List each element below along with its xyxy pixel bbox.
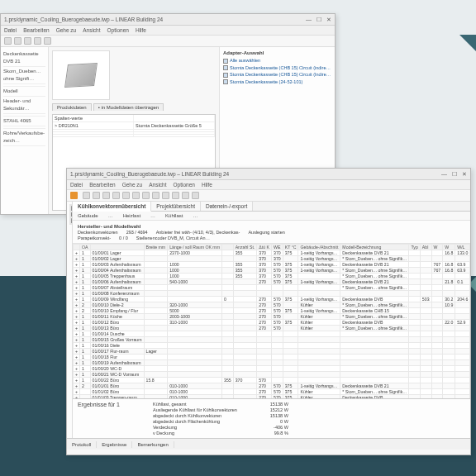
col-header[interactable]: W xyxy=(443,245,455,250)
tool-icon[interactable] xyxy=(152,192,159,199)
col-header[interactable]: KT °C xyxy=(283,245,298,250)
left-item[interactable]: Header- und Sekundär… xyxy=(3,97,45,114)
checkbox-icon[interactable] xyxy=(223,65,228,70)
col-header[interactable]: Typ xyxy=(409,245,420,250)
subhdr-item[interactable]: … xyxy=(150,213,155,218)
col-header[interactable]: Δtü K xyxy=(257,245,272,250)
mid-tab[interactable]: Produktdaten xyxy=(52,103,92,111)
checkbox-icon[interactable] xyxy=(223,73,228,78)
menu-item[interactable]: Datei xyxy=(4,27,17,33)
minimize-icon[interactable]: — xyxy=(441,171,447,178)
close-icon[interactable]: ✕ xyxy=(462,171,467,178)
tool-icon[interactable] xyxy=(93,192,100,199)
col-header[interactable]: Länge / soll Raum OK mm xyxy=(168,245,222,250)
maximize-icon[interactable]: ☐ xyxy=(317,17,321,23)
menu-item[interactable]: Optionen xyxy=(107,27,129,33)
data-table-wrap[interactable]: OABreite mmLänge / soll Raum OK mmAnzahl… xyxy=(73,244,470,398)
table-row[interactable]: +101/00/15 Großes Vorraum xyxy=(74,337,470,343)
tool-icon[interactable] xyxy=(102,192,110,199)
titlebar[interactable]: 1.prs/dynamic_Cooling_Buerogebaeude.iwp … xyxy=(67,169,470,180)
tool-icon[interactable] xyxy=(24,37,31,45)
adapter-item[interactable]: Stomta Deckenkassette (CHB 15) Circuit (… xyxy=(223,64,331,72)
menu-item[interactable]: Bearbeiten xyxy=(23,27,49,33)
table-row[interactable]: +101/00/20 WC-D xyxy=(74,366,470,372)
minimize-icon[interactable]: — xyxy=(306,17,312,23)
menu-item[interactable]: Gehe zu xyxy=(122,182,143,188)
data-table[interactable]: OABreite mmLänge / soll Raum OK mmAnzahl… xyxy=(73,244,470,398)
col-header[interactable]: Modell-Bezeichnung xyxy=(340,245,409,250)
checkbox-icon[interactable] xyxy=(223,59,228,64)
table-row[interactable]: +201/00/10 Empfang / Flur50002705703751-… xyxy=(74,308,470,314)
mid-tab[interactable]: • in Modelldaten übertragen xyxy=(93,103,164,111)
footer-tab[interactable]: Protokoll xyxy=(67,441,97,448)
subhdr-item[interactable]: Kühllast xyxy=(165,213,183,218)
table-row[interactable]: +101/00/17 Flur-raumLager xyxy=(74,349,470,355)
menu-item[interactable]: Gehe zu xyxy=(56,27,77,33)
menu-item[interactable]: Optionen xyxy=(174,182,195,188)
tool-icon[interactable] xyxy=(172,192,179,199)
table-row[interactable]: +101/00/04 Aufenthaltsraum10003553705703… xyxy=(74,268,470,274)
table-row[interactable]: +101/00/01 Lager2370-10003553703703751-s… xyxy=(74,250,470,256)
table-row[interactable]: +101/00/05 Treppenhaus1000355370570375* … xyxy=(74,274,470,279)
tool-icon[interactable] xyxy=(4,37,12,45)
tool-icon[interactable] xyxy=(132,192,140,199)
adapter-item[interactable]: Alle auswählen xyxy=(223,57,331,64)
col-header[interactable] xyxy=(90,245,144,250)
titlebar[interactable]: 1.prs/dynamic_Cooling_Buerogebaeude.iwp … xyxy=(1,14,335,26)
menu-item[interactable]: Ansicht xyxy=(83,27,100,33)
table-row[interactable]: +101/00/21 WC-D Vorraum xyxy=(74,372,470,378)
menu-item[interactable]: Ansicht xyxy=(149,182,166,188)
tool-icon[interactable] xyxy=(83,192,90,199)
table-row[interactable]: +101/00/18 Flur xyxy=(74,355,470,360)
project-tree[interactable]: ◧ Projekt ◨ Alle reduzieren01 Bauabschni… xyxy=(67,202,73,438)
grid-row[interactable] xyxy=(53,135,215,137)
tool-icon[interactable] xyxy=(14,37,21,45)
table-row[interactable]: +101/00/02 Lager3703701-seitig Vorhangs…… xyxy=(74,256,470,262)
table-row[interactable]: +101/00/13 Büro270570Kühler* Stom_Dueben… xyxy=(74,326,470,331)
left-item[interactable]: Deckenkassette DVB 21 xyxy=(3,50,45,67)
left-item[interactable]: Skom_Dueben… ohne Signifi… xyxy=(3,67,45,84)
tool-icon[interactable] xyxy=(162,192,169,199)
table-row[interactable]: +01/01/02 Büro010-1000270570375Kühler* S… xyxy=(74,389,470,395)
table-row[interactable]: +101/00/16 Diele xyxy=(74,343,470,349)
table-row[interactable]: +101/00/08 Konferenzraum xyxy=(74,291,470,297)
menu-item[interactable]: Datei xyxy=(70,182,83,188)
col-header[interactable] xyxy=(74,245,80,250)
tool-icon[interactable] xyxy=(192,192,199,199)
left-item[interactable]: STAHL 4065 xyxy=(3,117,45,126)
table-row[interactable]: +101/00/03 Aufenthaltsraum10003553705703… xyxy=(74,262,470,268)
col-header[interactable]: Abl xyxy=(420,245,431,250)
col-header[interactable]: Gebäude-/Abschnitt xyxy=(298,245,340,250)
tool-icon[interactable] xyxy=(112,192,120,199)
table-row[interactable]: +101/00/11 Küche2003-1000270570Kühler* S… xyxy=(74,314,470,320)
col-header[interactable]: Breite mm xyxy=(144,245,168,250)
table-row[interactable]: +201/00/10 Diele-2320-1000270570Kühler* … xyxy=(74,302,470,308)
table-row[interactable]: +101/00/19 Aufenthaltsraum xyxy=(74,360,470,366)
col-header[interactable]: W xyxy=(431,245,443,250)
main-tab[interactable]: Projektübersicht xyxy=(151,202,201,211)
menu-item[interactable]: Hilfe xyxy=(136,27,146,33)
adapter-item[interactable]: Stomta Deckenkassette (CHB 15) Circuit (… xyxy=(223,71,331,79)
footer-tab[interactable]: Bemerkungen xyxy=(132,441,174,448)
main-tab[interactable]: Datenein-/-export xyxy=(201,202,253,211)
main-tab[interactable]: Kühlkonvektorenübersicht xyxy=(73,202,151,212)
left-item[interactable]: Rohre/Verkaufsbe-zeich… xyxy=(3,129,45,146)
subhdr-item[interactable]: Heizlast xyxy=(123,213,140,218)
tool-icon[interactable] xyxy=(182,192,189,199)
col-header[interactable]: Anzahl St. xyxy=(233,245,257,250)
col-header[interactable] xyxy=(222,245,234,250)
checkbox-icon[interactable] xyxy=(223,79,228,84)
footer-tab[interactable]: Ergebnisse xyxy=(97,441,132,448)
menu-item[interactable]: Bearbeiten xyxy=(89,182,115,188)
col-header[interactable]: OA xyxy=(80,245,91,250)
tool-icon[interactable] xyxy=(122,192,130,199)
subhdr-item[interactable]: Gebäude xyxy=(78,213,98,218)
tool-icon[interactable] xyxy=(34,37,41,45)
left-item[interactable]: Modell xyxy=(3,87,45,97)
tool-icon[interactable] xyxy=(44,37,51,45)
col-header[interactable]: WE xyxy=(272,245,283,250)
tool-icon[interactable] xyxy=(142,192,150,199)
subhdr-item[interactable]: … xyxy=(108,213,113,218)
close-icon[interactable]: ✕ xyxy=(326,17,331,23)
table-row[interactable]: +101/00/09 Windfang02705703751-seitig Vo… xyxy=(74,297,470,302)
